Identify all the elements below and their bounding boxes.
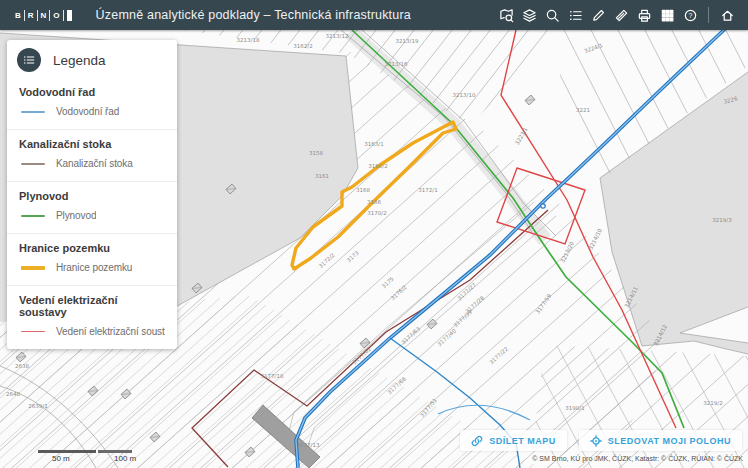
help-icon: ? — [683, 8, 698, 23]
scale-segment — [98, 450, 132, 453]
legend-swatch — [21, 163, 45, 165]
parcel-label: 3190/1 — [565, 405, 584, 411]
home-icon — [720, 8, 735, 23]
parcel-label: 3213/19 — [396, 38, 419, 44]
toolbar-divider — [708, 7, 709, 23]
print-icon — [637, 8, 652, 23]
layers-button[interactable] — [520, 6, 538, 24]
parcel-label: 3177/13 — [297, 442, 320, 448]
parcel-label: 3219/3 — [712, 217, 732, 223]
logo-letter: N — [38, 10, 51, 21]
parcel-label: 3163/1 — [364, 141, 383, 147]
parcel-label: 3160/2 — [368, 163, 387, 169]
toolbar: ? — [497, 6, 736, 24]
scale-bar: 50 m 100 m — [38, 450, 148, 453]
share-map-label: SDÍLET MAPU — [489, 436, 556, 446]
parcel-label: 3213/10 — [453, 92, 476, 98]
legend-section: PlynovodPlynovod — [7, 181, 177, 233]
legend-item-label: Vedení elektrizační soustavy — [56, 326, 165, 337]
legend-section-heading: Kanalizační stoka — [19, 138, 165, 150]
legend-item-label: Plynovod — [56, 210, 96, 221]
app-header: BRNO Územně analytické podklady – Techni… — [0, 0, 748, 30]
legend-section-heading: Plynovod — [19, 190, 165, 202]
legend-item-label: Kanalizační stoka — [56, 158, 133, 169]
print-button[interactable] — [635, 6, 653, 24]
legend-item: Plynovod — [21, 210, 165, 221]
map-attribution: © SM Brno, KÚ pro JMK, ČÚZK, Katastr: © … — [532, 455, 743, 462]
parcel-label: 3166 — [367, 199, 381, 205]
legend-section: Vedení elektrizační soustavyVedení elekt… — [7, 285, 177, 349]
legend-section-heading: Vedení elektrizační soustavy — [19, 294, 165, 318]
parcel-label: 3177/18 — [261, 373, 284, 379]
legend-item: Kanalizační stoka — [21, 158, 165, 169]
map-action-buttons: SDÍLET MAPU SLEDOVAT MOJI POLOHU — [460, 430, 742, 451]
legend-header: Legenda — [7, 40, 177, 78]
locate-icon — [590, 435, 602, 447]
scale-label-100: 100 m — [114, 454, 136, 463]
legend-section: Vodovodní řadVodovodní řad — [7, 78, 177, 129]
parcel-label: 2639/1 — [28, 403, 47, 409]
legend-section-heading: Hranice pozemku — [19, 242, 165, 254]
share-map-button[interactable]: SDÍLET MAPU — [460, 430, 567, 451]
legend-section: Kanalizační stokaKanalizační stoka — [7, 129, 177, 181]
track-location-label: SLEDOVAT MOJI POLOHU — [608, 436, 731, 446]
search-button[interactable] — [543, 6, 561, 24]
search-icon — [545, 8, 560, 23]
parcel-label: 3213/12 — [326, 33, 349, 39]
svg-text:?: ? — [688, 11, 692, 18]
legend-icon — [17, 48, 41, 72]
legend-section: Hranice pozemkuHranice pozemku — [7, 233, 177, 285]
parcel-label: 3172/1 — [418, 187, 437, 193]
logo-letter: B — [12, 10, 25, 21]
parcel-label: 3162/2 — [293, 43, 312, 49]
legend-button[interactable] — [566, 6, 584, 24]
legend-list-icon — [568, 8, 583, 23]
legend-title: Legenda — [53, 53, 106, 68]
legend-panel[interactable]: Legenda Vodovodní řadVodovodní řadKanali… — [7, 40, 177, 349]
share-icon — [471, 435, 483, 447]
layers-icon — [522, 8, 537, 23]
draw-icon — [591, 8, 606, 23]
help-button[interactable]: ? — [681, 6, 699, 24]
parcel-label: 2640 — [6, 391, 20, 397]
apps-button[interactable] — [658, 6, 676, 24]
legend-swatch — [21, 331, 45, 333]
measure-icon — [614, 8, 629, 23]
track-location-button[interactable]: SLEDOVAT MOJI POLOHU — [579, 430, 742, 451]
water-valve-marker — [541, 204, 545, 208]
legend-item-label: Vodovodní řad — [56, 106, 119, 117]
legend-item: Vodovodní řad — [21, 106, 165, 117]
measure-button[interactable] — [612, 6, 630, 24]
parcel-label: 3213/18 — [237, 37, 260, 43]
legend-sections: Vodovodní řadVodovodní řadKanalizační st… — [7, 78, 177, 349]
logo-letter: R — [25, 10, 38, 21]
legend-swatch — [21, 266, 45, 270]
parcel-label: 3219/2 — [703, 400, 722, 406]
legend-section-heading: Vodovodní řad — [19, 86, 165, 98]
parcel-label: 3213/16 — [385, 61, 408, 67]
brno-logo[interactable]: BRNO — [12, 9, 72, 22]
scale-segment — [38, 450, 96, 453]
map-search-icon — [499, 8, 514, 23]
parcel-label: 2638 — [15, 363, 29, 369]
logo-block — [67, 10, 72, 21]
parcel-label: 3161 — [315, 173, 329, 179]
scale-bar-segments — [38, 450, 148, 453]
map-search-button[interactable] — [497, 6, 515, 24]
legend-item-label: Hranice pozemku — [56, 262, 132, 273]
uap-map-app: 3213/183213/123213/193213/163213/103162/… — [0, 0, 748, 468]
logo-letter: O — [50, 10, 63, 21]
parcel-label: 3170/2 — [367, 210, 386, 216]
legend-item: Hranice pozemku — [21, 262, 165, 273]
parcel-label: 3168 — [356, 187, 370, 193]
parcel-label: 3158 — [309, 150, 323, 156]
home-button[interactable] — [718, 6, 736, 24]
app-title: Územně analytické podklady – Technická i… — [96, 8, 411, 22]
draw-button[interactable] — [589, 6, 607, 24]
legend-swatch — [21, 111, 45, 113]
scale-label-50: 50 m — [52, 454, 70, 463]
parcel-label: 3221 — [576, 107, 590, 113]
legend-swatch — [21, 215, 45, 217]
legend-item: Vedení elektrizační soustavy — [21, 326, 165, 337]
apps-grid-icon — [660, 8, 675, 23]
